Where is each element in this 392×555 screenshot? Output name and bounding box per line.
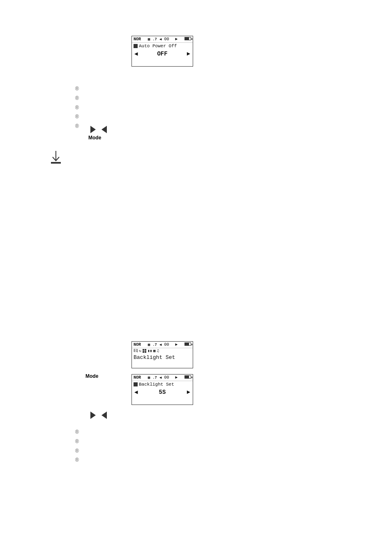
status-arrow-1: ► xyxy=(175,37,178,42)
mode-label-1: Mode xyxy=(88,134,101,141)
mode-label-2: Mode xyxy=(85,372,98,379)
nav-right-arrow-1[interactable] xyxy=(90,126,96,133)
download-icon xyxy=(48,150,63,165)
reg-mark-3-1: ® xyxy=(75,428,79,437)
value-arrow-left-3[interactable]: ◀ xyxy=(134,388,138,395)
status-bar-1: NOR ▩ .7 ◀ 00 ► xyxy=(132,36,193,43)
reg-mark-2: ® xyxy=(75,94,79,103)
reg-mark-5: ® xyxy=(75,122,79,131)
grid-icon xyxy=(143,349,146,353)
status-bar-3: NOR ▩ .7 ◀ 00 ► xyxy=(132,375,193,381)
nav-section-3 xyxy=(90,411,107,419)
bars-icon: ▮▮ xyxy=(148,349,152,353)
nav-right-arrow-3[interactable] xyxy=(90,412,96,419)
reg-mark-3: ® xyxy=(75,103,79,113)
battery-2 xyxy=(184,342,191,347)
reg-marks-group-3: ® ® ® ® xyxy=(75,428,79,465)
icons-row-2: EQ ↻ ▮▮ ▩ ♫ xyxy=(132,348,193,353)
reg-marks-group-1: ® ® ® ® ® xyxy=(75,84,79,131)
battery-3 xyxy=(184,375,191,380)
bell-icon: ▩ xyxy=(153,349,155,353)
lcd-screen-1: NOR ▩ .7 ◀ 00 ► Auto Power Off ◀ OFF ► xyxy=(131,36,193,67)
status-nor-3: NOR xyxy=(134,375,141,380)
note-icon: ♫ xyxy=(157,349,159,353)
status-mid-1: ▩ .7 ◀ 00 xyxy=(148,37,169,42)
menu-label-1: Auto Power Off xyxy=(139,44,177,49)
value-row-1: ◀ OFF ► xyxy=(132,49,193,58)
menu-label-2: Backlight Set xyxy=(134,354,175,361)
nav-left-arrow-1[interactable] xyxy=(101,126,107,133)
reg-section-1: ® ® ® ® ® xyxy=(75,84,79,131)
reg-mark-4: ® xyxy=(75,112,79,122)
menu-icon-1 xyxy=(134,44,138,48)
nav-left-arrow-3[interactable] xyxy=(101,412,107,419)
lcd-screen-2: NOR ▩ .7 ◀ 00 ► EQ ↻ ▮▮ ▩ ♫ Backlight Se… xyxy=(131,341,193,368)
nav-section-1 xyxy=(90,125,107,133)
reg-mark-3-4: ® xyxy=(75,456,79,465)
menu-item-row-3: Backlight Set xyxy=(132,381,193,388)
eq-icon: EQ xyxy=(134,349,138,353)
status-mid-2: ▩ .7 ◀ 00 xyxy=(148,342,169,347)
menu-item-row-1: Auto Power Off xyxy=(132,43,193,49)
page-container: NOR ▩ .7 ◀ 00 ► Auto Power Off ◀ OFF ► xyxy=(0,0,392,555)
status-mid-3: ▩ .7 ◀ 00 xyxy=(148,375,169,380)
menu-label-3: Backlight Set xyxy=(139,382,174,387)
value-row-3: ◀ 5S ► xyxy=(132,388,193,396)
reg-mark-3-3: ® xyxy=(75,446,79,456)
repeat-icon: ↻ xyxy=(139,349,141,353)
reg-mark-1: ® xyxy=(75,84,79,94)
value-arrow-right-3[interactable]: ► xyxy=(187,389,190,395)
value-arrow-right-1[interactable]: ► xyxy=(187,51,190,57)
reg-section-3: ® ® ® ® xyxy=(75,428,79,465)
download-icon-section xyxy=(48,150,63,166)
status-arrow-2: ► xyxy=(175,342,178,347)
menu-icon-3 xyxy=(134,382,138,386)
menu-item-row-2: Backlight Set xyxy=(132,353,193,362)
battery-1 xyxy=(184,37,191,42)
value-arrow-left-1[interactable]: ◀ xyxy=(134,50,138,57)
reg-mark-3-2: ® xyxy=(75,437,79,446)
value-display-1: OFF xyxy=(157,51,167,57)
status-bar-2: NOR ▩ .7 ◀ 00 ► xyxy=(132,342,193,348)
status-nor-2: NOR xyxy=(134,342,141,347)
value-display-3: 5S xyxy=(159,389,166,395)
status-nor-1: NOR xyxy=(134,37,141,42)
status-arrow-3: ► xyxy=(175,375,178,380)
lcd-screen-3: NOR ▩ .7 ◀ 00 ► Backlight Set ◀ 5S ► xyxy=(131,374,193,405)
